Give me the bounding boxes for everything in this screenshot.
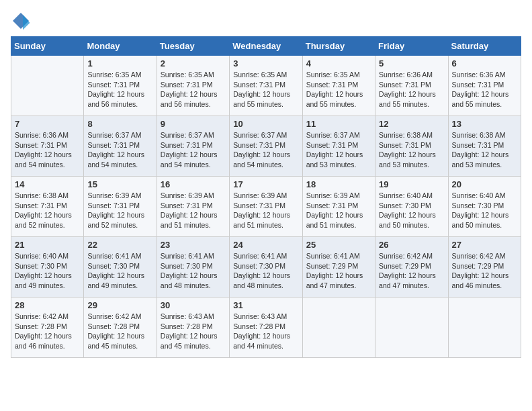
header-day-tuesday: Tuesday bbox=[157, 37, 229, 56]
day-number: 3 bbox=[233, 58, 298, 68]
calendar-cell: 28Sunrise: 6:42 AMSunset: 7:28 PMDayligh… bbox=[11, 298, 84, 358]
day-info: Sunrise: 6:40 AMSunset: 7:30 PMDaylight:… bbox=[15, 251, 80, 291]
day-info: Sunrise: 6:35 AMSunset: 7:31 PMDaylight:… bbox=[87, 70, 152, 109]
day-number: 28 bbox=[15, 300, 80, 310]
calendar-cell bbox=[302, 298, 375, 358]
day-info: Sunrise: 6:40 AMSunset: 7:30 PMDaylight:… bbox=[452, 191, 517, 230]
svg-marker-1 bbox=[23, 15, 30, 30]
day-number: 20 bbox=[452, 179, 517, 189]
day-number: 15 bbox=[87, 179, 152, 189]
calendar-cell: 25Sunrise: 6:41 AMSunset: 7:29 PMDayligh… bbox=[302, 237, 375, 298]
calendar-cell: 24Sunrise: 6:41 AMSunset: 7:30 PMDayligh… bbox=[230, 237, 302, 298]
calendar-cell: 12Sunrise: 6:38 AMSunset: 7:31 PMDayligh… bbox=[375, 116, 448, 177]
calendar-cell: 8Sunrise: 6:37 AMSunset: 7:31 PMDaylight… bbox=[84, 116, 157, 177]
calendar-week-2: 7Sunrise: 6:36 AMSunset: 7:31 PMDaylight… bbox=[11, 116, 521, 177]
day-info: Sunrise: 6:42 AMSunset: 7:29 PMDaylight:… bbox=[452, 251, 517, 291]
calendar-cell: 22Sunrise: 6:41 AMSunset: 7:30 PMDayligh… bbox=[84, 237, 157, 298]
day-info: Sunrise: 6:38 AMSunset: 7:31 PMDaylight:… bbox=[452, 130, 517, 170]
calendar-cell: 26Sunrise: 6:42 AMSunset: 7:29 PMDayligh… bbox=[375, 237, 448, 298]
day-number: 30 bbox=[161, 300, 226, 310]
day-info: Sunrise: 6:37 AMSunset: 7:31 PMDaylight:… bbox=[233, 130, 298, 170]
header-day-sunday: Sunday bbox=[11, 37, 84, 56]
calendar-cell bbox=[448, 298, 521, 358]
day-number: 10 bbox=[233, 119, 298, 129]
calendar-cell: 15Sunrise: 6:39 AMSunset: 7:31 PMDayligh… bbox=[84, 177, 157, 237]
day-info: Sunrise: 6:38 AMSunset: 7:31 PMDaylight:… bbox=[15, 191, 80, 230]
header-day-wednesday: Wednesday bbox=[230, 37, 302, 56]
day-number: 27 bbox=[452, 240, 517, 250]
day-number: 29 bbox=[87, 300, 152, 310]
calendar-cell: 1Sunrise: 6:35 AMSunset: 7:31 PMDaylight… bbox=[84, 56, 157, 116]
day-info: Sunrise: 6:36 AMSunset: 7:31 PMDaylight:… bbox=[379, 70, 444, 109]
day-number: 21 bbox=[15, 240, 80, 250]
header-row: SundayMondayTuesdayWednesdayThursdayFrid… bbox=[11, 37, 521, 56]
day-info: Sunrise: 6:35 AMSunset: 7:31 PMDaylight:… bbox=[306, 70, 371, 109]
day-number: 16 bbox=[161, 179, 226, 189]
day-info: Sunrise: 6:41 AMSunset: 7:30 PMDaylight:… bbox=[233, 251, 298, 291]
calendar-week-4: 21Sunrise: 6:40 AMSunset: 7:30 PMDayligh… bbox=[11, 237, 521, 298]
day-number: 24 bbox=[233, 240, 298, 250]
day-info: Sunrise: 6:39 AMSunset: 7:31 PMDaylight:… bbox=[87, 191, 152, 230]
calendar-cell: 19Sunrise: 6:40 AMSunset: 7:30 PMDayligh… bbox=[375, 177, 448, 237]
day-info: Sunrise: 6:37 AMSunset: 7:31 PMDaylight:… bbox=[87, 130, 152, 170]
day-number: 26 bbox=[379, 240, 444, 250]
calendar-cell: 21Sunrise: 6:40 AMSunset: 7:30 PMDayligh… bbox=[11, 237, 84, 298]
day-info: Sunrise: 6:40 AMSunset: 7:30 PMDaylight:… bbox=[379, 191, 444, 230]
day-number: 31 bbox=[233, 300, 298, 310]
day-info: Sunrise: 6:41 AMSunset: 7:29 PMDaylight:… bbox=[306, 251, 371, 291]
day-info: Sunrise: 6:38 AMSunset: 7:31 PMDaylight:… bbox=[379, 130, 444, 170]
day-info: Sunrise: 6:35 AMSunset: 7:31 PMDaylight:… bbox=[233, 70, 298, 109]
day-info: Sunrise: 6:36 AMSunset: 7:31 PMDaylight:… bbox=[15, 130, 80, 170]
calendar-cell: 20Sunrise: 6:40 AMSunset: 7:30 PMDayligh… bbox=[448, 177, 521, 237]
calendar-cell: 17Sunrise: 6:39 AMSunset: 7:31 PMDayligh… bbox=[230, 177, 302, 237]
day-info: Sunrise: 6:39 AMSunset: 7:31 PMDaylight:… bbox=[306, 191, 371, 230]
calendar-week-5: 28Sunrise: 6:42 AMSunset: 7:28 PMDayligh… bbox=[11, 298, 521, 358]
day-info: Sunrise: 6:39 AMSunset: 7:31 PMDaylight:… bbox=[233, 191, 298, 230]
calendar-cell: 16Sunrise: 6:39 AMSunset: 7:31 PMDayligh… bbox=[157, 177, 229, 237]
day-number: 2 bbox=[161, 58, 226, 68]
day-info: Sunrise: 6:42 AMSunset: 7:28 PMDaylight:… bbox=[87, 312, 152, 351]
calendar-cell: 27Sunrise: 6:42 AMSunset: 7:29 PMDayligh… bbox=[448, 237, 521, 298]
day-number: 4 bbox=[306, 58, 371, 68]
day-info: Sunrise: 6:41 AMSunset: 7:30 PMDaylight:… bbox=[87, 251, 152, 291]
calendar-week-1: 1Sunrise: 6:35 AMSunset: 7:31 PMDaylight… bbox=[11, 56, 521, 116]
day-info: Sunrise: 6:37 AMSunset: 7:31 PMDaylight:… bbox=[161, 130, 226, 170]
calendar-cell: 7Sunrise: 6:36 AMSunset: 7:31 PMDaylight… bbox=[11, 116, 84, 177]
day-info: Sunrise: 6:41 AMSunset: 7:30 PMDaylight:… bbox=[161, 251, 226, 291]
day-info: Sunrise: 6:35 AMSunset: 7:31 PMDaylight:… bbox=[161, 70, 226, 109]
day-number: 17 bbox=[233, 179, 298, 189]
calendar-cell: 3Sunrise: 6:35 AMSunset: 7:31 PMDaylight… bbox=[230, 56, 302, 116]
day-number: 19 bbox=[379, 179, 444, 189]
page-header bbox=[11, 11, 521, 31]
header-day-thursday: Thursday bbox=[302, 37, 375, 56]
day-info: Sunrise: 6:39 AMSunset: 7:31 PMDaylight:… bbox=[161, 191, 226, 230]
day-number: 12 bbox=[379, 119, 444, 129]
calendar-cell: 4Sunrise: 6:35 AMSunset: 7:31 PMDaylight… bbox=[302, 56, 375, 116]
calendar-cell: 30Sunrise: 6:43 AMSunset: 7:28 PMDayligh… bbox=[157, 298, 229, 358]
day-number: 11 bbox=[306, 119, 371, 129]
calendar-cell bbox=[11, 56, 84, 116]
day-number: 23 bbox=[161, 240, 226, 250]
calendar-cell: 29Sunrise: 6:42 AMSunset: 7:28 PMDayligh… bbox=[84, 298, 157, 358]
calendar-cell: 23Sunrise: 6:41 AMSunset: 7:30 PMDayligh… bbox=[157, 237, 229, 298]
day-number: 18 bbox=[306, 179, 371, 189]
header-day-friday: Friday bbox=[375, 37, 448, 56]
calendar-cell: 31Sunrise: 6:43 AMSunset: 7:28 PMDayligh… bbox=[230, 298, 302, 358]
calendar-cell: 13Sunrise: 6:38 AMSunset: 7:31 PMDayligh… bbox=[448, 116, 521, 177]
day-number: 5 bbox=[379, 58, 444, 68]
day-number: 25 bbox=[306, 240, 371, 250]
day-number: 22 bbox=[87, 240, 152, 250]
calendar-cell: 6Sunrise: 6:36 AMSunset: 7:31 PMDaylight… bbox=[448, 56, 521, 116]
calendar-cell: 10Sunrise: 6:37 AMSunset: 7:31 PMDayligh… bbox=[230, 116, 302, 177]
day-number: 9 bbox=[161, 119, 226, 129]
calendar-cell: 2Sunrise: 6:35 AMSunset: 7:31 PMDaylight… bbox=[157, 56, 229, 116]
calendar-cell: 14Sunrise: 6:38 AMSunset: 7:31 PMDayligh… bbox=[11, 177, 84, 237]
calendar-cell: 11Sunrise: 6:37 AMSunset: 7:31 PMDayligh… bbox=[302, 116, 375, 177]
logo bbox=[11, 11, 34, 31]
day-info: Sunrise: 6:43 AMSunset: 7:28 PMDaylight:… bbox=[233, 312, 298, 351]
calendar-cell: 18Sunrise: 6:39 AMSunset: 7:31 PMDayligh… bbox=[302, 177, 375, 237]
logo-icon bbox=[11, 11, 31, 31]
day-info: Sunrise: 6:42 AMSunset: 7:28 PMDaylight:… bbox=[15, 312, 80, 351]
day-number: 8 bbox=[87, 119, 152, 129]
day-number: 14 bbox=[15, 179, 80, 189]
